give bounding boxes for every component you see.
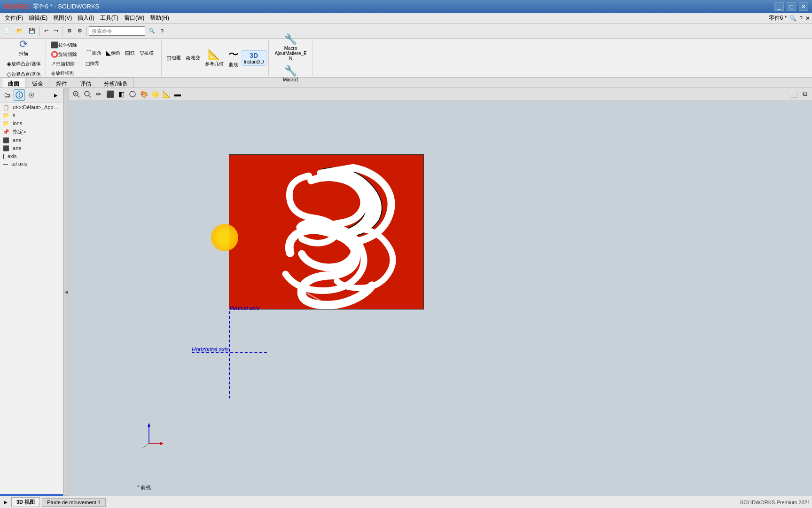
rebuild-button[interactable]: ⚙ (65, 27, 74, 35)
macro1-button[interactable]: 🔧 Macro1 (279, 64, 303, 83)
vp-view-button[interactable]: ◧ (116, 89, 126, 99)
loft-base-button[interactable]: ◈ 放样凸台/基体 (5, 59, 43, 68)
coord-system-svg (135, 420, 163, 448)
tab-sheet-metal[interactable]: 钣金 (26, 78, 49, 87)
tab-weldment[interactable]: 焊件 (50, 78, 73, 87)
revolve-cut-button[interactable]: ⭕ 旋转切除 (49, 50, 79, 59)
view-name-label: * 前视 (137, 484, 151, 491)
menu-item-insert[interactable]: 插入(I) (75, 13, 97, 23)
tab-evaluate[interactable]: 评估 (74, 78, 97, 87)
sidebar-collapse-handle[interactable]: ◀ (63, 88, 69, 496)
save-button[interactable]: 💾 (26, 27, 38, 35)
tree-item-tal-axis[interactable]: — tal axis (0, 160, 63, 167)
vp-appearance-button[interactable]: 🎨 (139, 89, 149, 99)
curves-button[interactable]: 〜 曲线 (226, 47, 241, 69)
property-tab[interactable] (14, 89, 25, 101)
ribbon-group-sweep: ⟳ 扫描 ◈ 放样凸台/基体 ◇ 边界凸台/基体 (2, 40, 46, 76)
tree-item-s[interactable]: 📁 s (0, 111, 63, 119)
separator-3 (86, 26, 87, 36)
menu-item-file[interactable]: 文件(F) (2, 13, 26, 23)
tree-item-icon-0: 📋 (3, 104, 9, 110)
loft-cut-button[interactable]: ◈ 放样切割 (49, 69, 76, 78)
macro-ajout-button[interactable]: 🔧 Macro AjoutMatiere_EN (273, 32, 309, 62)
extrude-cut-button[interactable]: ⬛ 拉伸切除 (49, 40, 79, 49)
help-icon[interactable]: ? (799, 15, 803, 22)
vp-display-style-button[interactable]: ▬ (172, 89, 183, 99)
chamfer-icon: ◣ (106, 49, 111, 56)
expand-status-button[interactable]: ▶ (2, 500, 9, 505)
svg-point-4 (31, 94, 32, 96)
vp-section-button[interactable]: ⬛ (105, 89, 115, 99)
main-area: 🗂 ▶ 📋 ut<<Défaut>_Apparence E (0, 88, 812, 496)
loft-cut-label: 放样切割 (55, 70, 74, 77)
extrude-cut-icon: ⬛ (51, 41, 58, 48)
tree-item-plane1[interactable]: ⬛ ane (0, 136, 63, 144)
menu-item-view[interactable]: 视图(V) (50, 13, 75, 23)
menu-item-window[interactable]: 窗口(W) (121, 13, 147, 23)
search-input[interactable] (89, 26, 145, 36)
expand-sidebar-button[interactable]: ▶ (50, 89, 62, 101)
fillet-icon: ⌒ (86, 49, 92, 57)
instant3d-icon: 3D (250, 52, 258, 59)
menu-item-help[interactable]: 帮助(H) (147, 13, 172, 23)
draft-icon: ▽ (140, 49, 144, 56)
feature-tree-panel: 📋 ut<<Défaut>_Apparence E 📁 s 📁 ions 📌 指… (0, 103, 63, 494)
config-tab[interactable] (26, 89, 37, 101)
loft-base-label: 放样凸台/基体 (11, 61, 41, 67)
shell-button[interactable]: □ 抽壳 (84, 59, 101, 68)
ref-geometry-button[interactable]: 📐 参考几何 (203, 48, 226, 68)
tree-item-specified[interactable]: 📌 指定> (0, 127, 63, 136)
wrap-button[interactable]: ⊡ 包覆 (164, 54, 183, 63)
vp-zoom-button[interactable] (82, 89, 93, 99)
rib-icon: ⊟ (125, 49, 130, 56)
svg-line-17 (142, 444, 149, 448)
undo-button[interactable]: ↩ (42, 27, 51, 35)
search-button[interactable]: 🔍 (146, 27, 157, 35)
maximize-button[interactable]: □ (787, 2, 796, 11)
intersect-button[interactable]: ⊕ 相交 (184, 54, 202, 63)
vp-display-button[interactable] (127, 89, 138, 99)
chamfer-button[interactable]: ◣ 倒角 (104, 48, 122, 58)
tree-item-icon-1: 📁 (3, 112, 9, 118)
tab-analysis[interactable]: 分析/准备 (98, 78, 134, 87)
vp-measure-button[interactable]: 📐 (161, 89, 172, 99)
menu-item-edit[interactable]: 编辑(E) (26, 13, 50, 23)
feature-tree-tab[interactable]: 🗂 (1, 89, 13, 101)
status-bar: ▶ 3D 视图 Etude de mouvement 1 SOLIDWORKS … (0, 496, 812, 508)
draft-button[interactable]: ▽ 拔模 (138, 48, 156, 58)
tree-item-icon-5: ⬛ (3, 145, 9, 151)
status-tab-motion[interactable]: Etude de mouvement 1 (42, 498, 106, 507)
new-button[interactable]: 📄 (2, 27, 13, 35)
canvas-area[interactable]: Vertical axis Horizontal axis (69, 100, 812, 496)
macro1-icon: 🔧 (284, 65, 297, 77)
minimize-button[interactable]: _ (774, 2, 784, 11)
svg-point-9 (85, 91, 89, 96)
fillet-button[interactable]: ⌒ 圆角 (84, 48, 103, 58)
horizontal-axis-label: Horizontal axis (192, 346, 229, 353)
vp-scene-button[interactable]: 🌟 (150, 89, 160, 99)
sweep-button[interactable]: ⟳ 扫描 (17, 37, 30, 58)
tree-item-plane2[interactable]: ⬛ ane (0, 144, 63, 152)
tree-item-default[interactable]: 📋 ut<<Défaut>_Apparence E (0, 103, 63, 111)
open-button[interactable]: 📂 (14, 27, 25, 35)
options-button[interactable]: ⚙ (75, 27, 85, 35)
rib-button[interactable]: ⊟ 筋 (123, 48, 137, 58)
sweep-cut-button[interactable]: ↗ 扫描切除 (49, 59, 77, 68)
feature-manager-sidebar: 🗂 ▶ 📋 ut<<Défaut>_Apparence E (0, 88, 63, 496)
tree-item-axis[interactable]: | axis (0, 152, 63, 160)
help-icon2[interactable]: ✕ (805, 15, 810, 22)
tree-item-ions[interactable]: 📁 ions (0, 119, 63, 127)
search-bar[interactable] (89, 26, 145, 36)
vp-fullscreen-button[interactable]: ⬜ (789, 89, 799, 99)
vp-zoom-fit-button[interactable] (71, 89, 81, 99)
tab-surface[interactable]: 曲面 (2, 78, 25, 87)
close-button[interactable]: ✕ (799, 2, 808, 11)
vp-select-button[interactable]: ✏ (94, 89, 104, 99)
help-button[interactable]: ? (158, 27, 166, 35)
instant3d-button[interactable]: 3D Instant3D (242, 50, 266, 66)
horizontal-axis-line (192, 352, 267, 353)
redo-button[interactable]: ↪ (52, 27, 61, 35)
vp-layout-button[interactable]: ⧉ (800, 89, 810, 99)
menu-item-tools[interactable]: 工具(T) (97, 13, 121, 23)
status-tab-3d[interactable]: 3D 视图 (11, 497, 40, 507)
